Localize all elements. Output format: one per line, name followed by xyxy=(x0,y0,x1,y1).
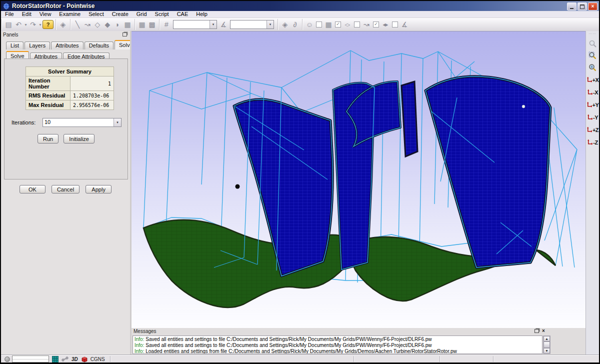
domain-visibility-icon[interactable]: ◇ xyxy=(342,22,352,28)
view-minus-x-button[interactable]: -X xyxy=(586,87,599,98)
menu-script[interactable]: Script xyxy=(151,11,173,18)
iterations-combo[interactable]: 10 ▾ xyxy=(42,118,122,127)
initialize-button[interactable]: Initialize xyxy=(64,134,94,144)
messages-log[interactable]: Info: Saved all entities and settings to… xyxy=(132,336,542,354)
angle-combo-arrow-icon[interactable]: ▾ xyxy=(266,20,274,28)
unstructured-grid-icon[interactable]: ▩ xyxy=(147,20,157,30)
panels-dock-title: Panels xyxy=(1,31,130,38)
show-database-checkbox[interactable]: ✓ xyxy=(373,22,379,28)
log-level: Info: xyxy=(134,342,144,348)
undo-icon[interactable]: ↶ xyxy=(14,20,24,30)
menu-file[interactable]: File xyxy=(1,11,18,18)
scroll-down-icon[interactable]: ▼ xyxy=(544,348,550,354)
tab-defaults[interactable]: Defaults xyxy=(84,42,114,50)
zoom-select-button[interactable] xyxy=(586,38,598,50)
angle-combo[interactable]: ▾ xyxy=(230,20,274,29)
toolbar-group-create: ╲ ↝ ◇ ◆ ◗ ▦ xyxy=(70,19,134,30)
log-line: Info: Saved all entities and settings to… xyxy=(134,342,540,348)
database-visibility-icon[interactable]: ◆ xyxy=(380,22,390,28)
pointwise-window: { "window": { "title": "RotorStatorRotor… xyxy=(0,0,600,364)
selected-point-marker[interactable] xyxy=(236,184,240,189)
log-text: Saved all entities and settings to file … xyxy=(144,342,432,348)
undo-dropdown-icon[interactable]: ▾ xyxy=(24,20,28,30)
spacing-visibility-icon[interactable]: ∡ xyxy=(400,20,410,30)
messages-title: Messages xyxy=(132,328,550,335)
menu-view[interactable]: View xyxy=(36,11,56,18)
ok-button[interactable]: OK xyxy=(20,185,46,194)
magnifier-equal-icon xyxy=(588,64,597,72)
solve-domain-icon[interactable]: ◈ xyxy=(280,20,290,30)
messages-close-icon[interactable]: × xyxy=(542,329,545,333)
dimension-icon: # xyxy=(162,20,172,30)
view-minus-z-button[interactable]: -Z xyxy=(586,137,599,148)
axis-label: -Z xyxy=(593,140,598,146)
title-bar[interactable]: RotorStatorRotor - Pointwise × xyxy=(1,1,599,11)
display-viewport[interactable] xyxy=(132,31,586,328)
redo-dropdown-icon[interactable]: ▾ xyxy=(38,20,42,30)
tab-layers[interactable]: Layers xyxy=(24,42,50,50)
menu-examine[interactable]: Examine xyxy=(55,11,84,18)
max-residual-label: Max Residual xyxy=(26,100,70,110)
view-plus-x-button[interactable]: +X xyxy=(586,74,599,85)
zoom-extents-button[interactable] xyxy=(586,50,598,62)
show-blocks-checkbox[interactable] xyxy=(316,22,322,28)
close-button[interactable]: × xyxy=(588,2,598,10)
view-plus-y-button[interactable]: +Y xyxy=(586,100,599,110)
zoom-actual-button[interactable] xyxy=(586,62,598,74)
create-fan-icon[interactable]: ◗ xyxy=(112,20,122,30)
angle-icon: ∡ xyxy=(218,20,228,30)
view-plus-z-button[interactable]: +Z xyxy=(586,124,599,135)
messages-scrollbar[interactable]: ▲ ▼ xyxy=(543,336,550,354)
minimize-button[interactable] xyxy=(567,2,576,10)
connector-visibility-icon[interactable]: ↝ xyxy=(362,20,372,30)
axis-icon xyxy=(586,76,592,83)
block-visibility-icon[interactable]: ▦ xyxy=(324,20,334,30)
layer-stack-icon[interactable]: ◈ xyxy=(58,20,68,30)
menu-grid[interactable]: Grid xyxy=(132,11,151,18)
save-icon[interactable]: ▤ xyxy=(4,20,14,30)
highlight-point-marker[interactable] xyxy=(522,105,525,108)
tab-list[interactable]: List xyxy=(6,42,24,50)
create-block-icon[interactable]: ▦ xyxy=(122,20,132,30)
create-curve-icon[interactable]: ↝ xyxy=(82,20,92,30)
structured-grid-icon[interactable]: ▦ xyxy=(137,20,147,30)
iterations-combo-arrow-icon[interactable]: ▾ xyxy=(114,118,121,126)
help-icon[interactable]: ? xyxy=(42,20,54,29)
partial-derivative-icon[interactable]: ∂ xyxy=(290,20,300,30)
rms-residual-label: RMS Residual xyxy=(26,91,70,100)
redo-icon[interactable]: ↷ xyxy=(28,20,38,30)
show-spacings-checkbox[interactable] xyxy=(392,22,398,28)
create-domain-icon[interactable]: ◇ xyxy=(92,20,102,30)
create-structured-domain-icon[interactable]: ◆ xyxy=(102,20,112,30)
scroll-thumb[interactable] xyxy=(544,342,550,348)
messages-float-icon[interactable] xyxy=(534,329,539,333)
mask-icon[interactable]: ☺ xyxy=(304,20,314,30)
restore-button[interactable] xyxy=(578,2,587,10)
create-connector-icon[interactable]: ╲ xyxy=(72,20,82,30)
log-level: Info: xyxy=(134,348,144,354)
view-minus-y-button[interactable]: -Y xyxy=(586,112,599,122)
scroll-up-icon[interactable]: ▲ xyxy=(544,336,550,342)
show-connectors-checkbox[interactable] xyxy=(354,22,360,28)
toolbar-group-grid: ▦ ▩ xyxy=(134,19,159,30)
dimension-combo-value xyxy=(174,20,210,28)
menu-cae[interactable]: CAE xyxy=(173,11,192,18)
menu-create[interactable]: Create xyxy=(108,11,132,18)
run-button[interactable]: Run xyxy=(38,134,58,144)
toolbar-group-layer: ◈ xyxy=(56,19,70,30)
panels-float-icon[interactable] xyxy=(122,32,127,36)
apply-button[interactable]: Apply xyxy=(86,185,112,194)
dimension-combo-arrow-icon[interactable]: ▾ xyxy=(210,20,216,28)
cae-cube-icon xyxy=(81,356,88,362)
menu-select[interactable]: Select xyxy=(84,11,108,18)
toolbar-drag-handle[interactable]: ⋯⋯ xyxy=(588,32,596,36)
solver-summary-title: Solver Summary xyxy=(26,67,114,76)
messages-dock: Messages × Info: Saved all entities and … xyxy=(132,328,586,355)
menu-edit[interactable]: Edit xyxy=(18,11,36,18)
show-domains-checkbox[interactable]: ✓ xyxy=(335,22,341,28)
dimension-combo[interactable]: ▾ xyxy=(173,20,217,29)
cancel-button[interactable]: Cancel xyxy=(52,185,80,194)
axis-icon xyxy=(587,139,592,146)
menu-help[interactable]: Help xyxy=(192,11,212,18)
tab-attributes[interactable]: Attributes xyxy=(51,42,83,50)
